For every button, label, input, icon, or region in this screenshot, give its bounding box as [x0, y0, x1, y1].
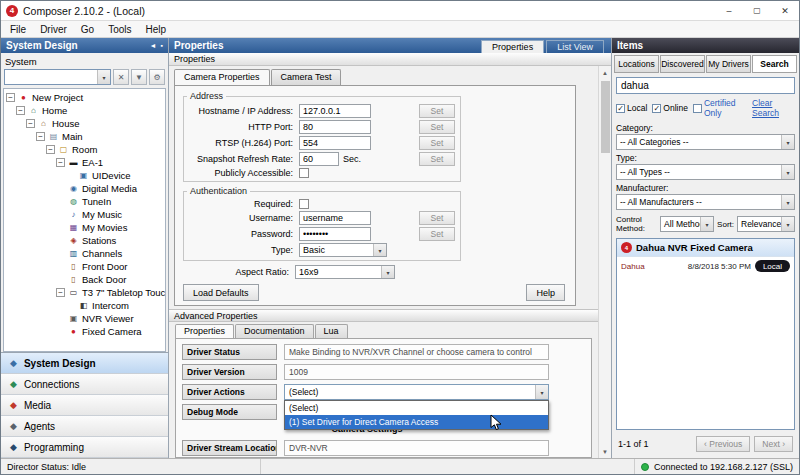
nav-media[interactable]: ◆Media	[1, 395, 168, 416]
search-settings-button[interactable]: ⚙	[149, 69, 165, 85]
menu-driver[interactable]: Driver	[33, 22, 74, 37]
tab-locations[interactable]: Locations	[614, 55, 659, 73]
tab-my-drivers[interactable]: My Drivers	[706, 55, 751, 73]
property-value[interactable]: Make Binding to NVR/XVR Channel or choos…	[284, 344, 549, 360]
tab-camera-test[interactable]: Camera Test	[271, 69, 342, 85]
tree-item-intercom[interactable]: ◧Intercom	[4, 299, 165, 312]
minimize-button[interactable]	[715, 1, 743, 20]
tree-item-fixed-camera[interactable]: ●Fixed Camera	[4, 325, 165, 338]
publicly-accessible-checkbox[interactable]	[299, 168, 309, 178]
scroll-up-icon[interactable]: ▲	[599, 66, 611, 79]
nav-connections[interactable]: ◆Connections	[1, 374, 168, 395]
required-checkbox[interactable]	[299, 199, 309, 209]
sort-select[interactable]: Relevance	[737, 216, 795, 232]
password-set-button[interactable]: Set	[419, 227, 455, 241]
clear-filter-button[interactable]: ✕	[113, 69, 129, 85]
tree-collapse-icon[interactable]: −	[16, 106, 25, 115]
pin-panel-icon[interactable]: ▪	[161, 42, 163, 49]
next-page-button[interactable]: Next	[754, 436, 793, 452]
menu-help[interactable]: Help	[139, 22, 174, 37]
tree-item-front-door[interactable]: ▯Front Door	[4, 260, 165, 273]
tree-item-house[interactable]: −⌂House	[4, 117, 165, 130]
tree-collapse-icon[interactable]: −	[56, 288, 65, 297]
nav-agents[interactable]: ◆Agents	[1, 416, 168, 437]
tree-collapse-icon[interactable]: −	[26, 119, 35, 128]
tree-item-ea-1[interactable]: −▬EA-1	[4, 156, 165, 169]
tree-item-t3-7-tabletop-touch-screen[interactable]: −▭T3 7" Tabletop Touch Screen	[4, 286, 165, 299]
system-search-input[interactable]	[5, 72, 97, 82]
menu-tools[interactable]: Tools	[101, 22, 138, 37]
username-input[interactable]	[299, 211, 371, 225]
refresh-rate-input[interactable]	[299, 152, 339, 166]
property-value[interactable]: DVR-NVR	[284, 440, 549, 456]
tree-item-back-door[interactable]: ▯Back Door	[4, 273, 165, 286]
http-port-input[interactable]	[299, 120, 371, 134]
collapse-panel-icon[interactable]: ◄	[150, 42, 157, 49]
nav-programming[interactable]: ◆Programming	[1, 437, 168, 458]
filter-certified-only[interactable]: Certified Only	[693, 98, 747, 118]
rtsp-port-input[interactable]	[299, 136, 371, 150]
tree-item-tunein[interactable]: ◍TuneIn	[4, 195, 165, 208]
chevron-down-icon[interactable]	[97, 70, 110, 84]
tree-item-channels[interactable]: ▥Channels	[4, 247, 165, 260]
tab-search[interactable]: Search	[752, 55, 797, 73]
tab-list-view[interactable]: List View	[546, 40, 604, 53]
nav-system-design[interactable]: ◆System Design	[1, 353, 168, 374]
dropdown-option[interactable]: (1) Set Driver for Direct Camera Access	[285, 415, 548, 429]
tree-item-my-movies[interactable]: ▦My Movies	[4, 221, 165, 234]
dropdown-option[interactable]: (Select)	[285, 401, 548, 415]
driver-actions-select[interactable]: (Select)	[284, 384, 549, 400]
property-row-driver-status: Driver StatusMake Binding to NVR/XVR Cha…	[182, 344, 585, 360]
http-port-set-button[interactable]: Set	[419, 120, 455, 134]
control-method-select[interactable]: All Methods	[660, 216, 714, 232]
tree-item-my-music[interactable]: ♪My Music	[4, 208, 165, 221]
load-defaults-button[interactable]: Load Defaults	[183, 284, 259, 301]
menu-go[interactable]: Go	[74, 22, 101, 37]
rtsp-port-set-button[interactable]: Set	[419, 136, 455, 150]
auth-type-select[interactable]: Basic	[299, 243, 387, 257]
tree-collapse-icon[interactable]: −	[36, 132, 45, 141]
tree-collapse-icon[interactable]: −	[46, 145, 55, 154]
tree-item-uidevice[interactable]: ▣UIDevice	[4, 169, 165, 182]
items-search-input[interactable]	[616, 77, 795, 94]
properties-scrollbar[interactable]: ▲ ▼	[598, 66, 611, 458]
menu-file[interactable]: File	[3, 22, 33, 37]
tab-advanced-lua[interactable]: Lua	[315, 324, 348, 338]
system-search-combo[interactable]	[4, 69, 111, 85]
tree-item-home[interactable]: −⌂Home	[4, 104, 165, 117]
tab-advanced-documentation[interactable]: Documentation	[235, 324, 314, 338]
tree-item-nvr-viewer[interactable]: ▣NVR Viewer	[4, 312, 165, 325]
hostname-input[interactable]	[299, 104, 371, 118]
maximize-button[interactable]	[743, 1, 771, 20]
tree-item-room[interactable]: −▢Room	[4, 143, 165, 156]
tree-item-main[interactable]: −▤Main	[4, 130, 165, 143]
tree-collapse-icon[interactable]: −	[6, 93, 15, 102]
property-value[interactable]: 1009	[284, 364, 549, 380]
scrollbar-thumb[interactable]	[601, 81, 610, 153]
username-set-button[interactable]: Set	[419, 211, 455, 225]
previous-page-button[interactable]: Previous	[696, 436, 750, 452]
filter-icon[interactable]: ▼	[131, 69, 147, 85]
tab-properties[interactable]: Properties	[481, 40, 544, 53]
tree-item-stations[interactable]: ◈Stations	[4, 234, 165, 247]
tree-item-new-project[interactable]: −●New Project	[4, 91, 165, 104]
filter-local[interactable]: ✓Local	[616, 103, 647, 113]
filter-online[interactable]: ✓Online	[652, 103, 688, 113]
type-select[interactable]: -- All Types --	[616, 164, 795, 180]
category-select[interactable]: -- All Categories --	[616, 134, 795, 150]
help-button[interactable]: Help	[526, 284, 565, 301]
hostname-set-button[interactable]: Set	[419, 104, 455, 118]
password-input[interactable]	[299, 227, 371, 241]
clear-search-link[interactable]: Clear Search	[752, 98, 795, 118]
scroll-down-icon[interactable]: ▼	[599, 445, 611, 458]
tab-discovered[interactable]: Discovered	[660, 55, 705, 73]
refresh-rate-set-button[interactable]: Set	[419, 152, 455, 166]
tab-advanced-properties[interactable]: Properties	[175, 324, 234, 338]
tree-item-digital-media[interactable]: ◉Digital Media	[4, 182, 165, 195]
tree-collapse-icon[interactable]: −	[56, 158, 65, 167]
result-item-dahua-nvr-fixed-camera[interactable]: Dahua NVR Fixed CameraDahua8/8/2018 5:30…	[617, 239, 794, 277]
manufacturer-select[interactable]: -- All Manufacturers --	[616, 194, 795, 210]
close-button[interactable]	[771, 1, 799, 20]
tab-camera-properties[interactable]: Camera Properties	[174, 69, 270, 85]
aspect-ratio-select[interactable]: 16x9	[295, 265, 395, 279]
